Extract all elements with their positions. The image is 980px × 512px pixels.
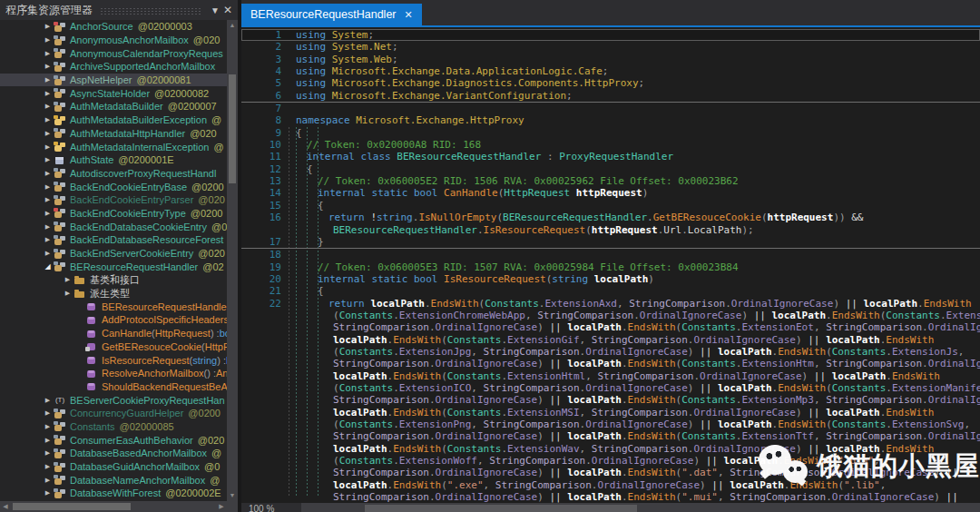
tree-item-beresourcerequesthandler[interactable]: ◢BEResourceRequestHandler@02 xyxy=(0,260,227,273)
code-text: BEResourceRequestHandler.IsResourceReque… xyxy=(296,224,754,236)
tree-item-authmetadatabuilderexception[interactable]: ▶AuthMetadataBuilderException@ xyxy=(0,113,227,127)
expander-collapsed-icon[interactable]: ▶ xyxy=(42,210,54,217)
class-icon xyxy=(54,234,66,246)
tree-item-asyncstateholder[interactable]: ▶AsyncStateHolder@02000082 xyxy=(0,86,227,100)
tree-item-backenddatabasecookieentry[interactable]: ▶BackEndDatabaseCookieEntry@0 xyxy=(0,220,227,233)
member-signature-part: ) : xyxy=(217,355,226,366)
tree-item-anonymousanchormailbox[interactable]: ▶AnonymousAnchorMailbox@020 xyxy=(0,34,227,47)
tree-item-databasewithforest[interactable]: ▶DatabaseWithForest@0200002E xyxy=(0,487,227,500)
expander-collapsed-icon[interactable]: ▶ xyxy=(42,463,54,470)
tree-item-concurrencyguardhelper[interactable]: ▶ConcurrencyGuardHelper@0200 xyxy=(0,407,227,420)
tree-item-label: BackEndServerCookieEntry xyxy=(70,248,193,259)
expander-collapsed-icon[interactable]: ▶ xyxy=(62,276,74,283)
expander-collapsed-icon[interactable]: ▶ xyxy=(42,63,54,70)
expander-collapsed-icon[interactable]: ▶ xyxy=(42,423,54,430)
scroll-right-icon[interactable]: ▶ xyxy=(216,501,227,512)
editor-hscroll-thumb[interactable] xyxy=(365,505,637,512)
expander-collapsed-icon[interactable]: ▶ xyxy=(42,90,54,97)
expander-collapsed-icon[interactable]: ▶ xyxy=(42,477,54,484)
code-line-10: 10// Token: 0x020000A8 RID: 168 xyxy=(241,139,980,151)
tree-item-authmetadatahttphandler[interactable]: ▶AuthMetadataHttpHandler@020 xyxy=(0,127,227,141)
expander-collapsed-icon[interactable]: ▶ xyxy=(42,50,54,57)
expander-collapsed-icon[interactable]: ▶ xyxy=(42,437,54,444)
tree-item-autodiscoverproxyrequesthandl[interactable]: ▶AutodiscoverProxyRequestHandl xyxy=(0,167,227,181)
editor-horizontal-scrollbar[interactable] xyxy=(301,503,980,512)
expander-collapsed-icon[interactable]: ▶ xyxy=(42,196,54,203)
code-editor[interactable]: 1using System;2using System.Net;3using S… xyxy=(241,27,980,505)
expander-collapsed-icon[interactable]: ▶ xyxy=(42,36,54,44)
tree-item-aspnethelper[interactable]: ▶AspNetHelper@02000081 xyxy=(0,74,227,87)
expander-collapsed-icon[interactable]: ▶ xyxy=(42,76,54,84)
tree-item-databasenameanchormailbox[interactable]: ▶DatabaseNameAnchorMailbox@ xyxy=(0,473,227,487)
tree-item-基类和接口[interactable]: ▶基类和接口 xyxy=(0,273,227,287)
class-icon xyxy=(54,434,66,446)
tree-item-authmetadatabuilder[interactable]: ▶AuthMetadataBuilder@0200007 xyxy=(0,100,227,113)
tab-close-icon[interactable]: ✕ xyxy=(405,9,413,21)
tree-item-backendservercookieentry[interactable]: ▶BackEndServerCookieEntry@020 xyxy=(0,247,227,261)
tree-item-backendcookieentrybase[interactable]: ▶BackEndCookieEntryBase@0200 xyxy=(0,180,227,193)
expander-collapsed-icon[interactable]: ▶ xyxy=(42,143,54,151)
tree-horizontal-scrollbar[interactable]: ◀ ▶ xyxy=(0,501,227,512)
expander-collapsed-icon[interactable]: ▶ xyxy=(42,236,54,243)
scroll-down-icon[interactable]: ▼ xyxy=(227,490,238,501)
panel-close-button[interactable]: ✕ xyxy=(221,4,234,16)
tree-item-backendcookieentryparser[interactable]: ▶BackEndCookieEntryParser@020 xyxy=(0,193,227,207)
tree-item-canhandle[interactable]: CanHandle(HttpRequest) : bool xyxy=(0,327,227,340)
expander-collapsed-icon[interactable]: ▶ xyxy=(42,250,54,257)
expander-collapsed-icon[interactable]: ▶ xyxy=(42,183,54,191)
tree-item-authmetadatainternalexception[interactable]: ▶AuthMetadataInternalException@ xyxy=(0,140,227,153)
tree-item-beservercookieproxyrequesthan[interactable]: ▶(T)BEServerCookieProxyRequestHan xyxy=(0,393,227,407)
tree-item-constants[interactable]: ▶Constants@02000085 xyxy=(0,420,227,434)
tree-item-backenddatabaseresourceforest[interactable]: ▶BackEndDatabaseResourceForest xyxy=(0,233,227,247)
tree-item-addprotocolspecificheaderstoresponse[interactable]: AddProtocolSpecificHeadersToResponse(Nam… xyxy=(0,313,227,327)
tree-item-beresourcerequesthandler[interactable]: BEResourceRequestHandler() : void xyxy=(0,300,227,313)
tree-item-label: BackEndCookieEntryBase xyxy=(70,182,187,192)
tree-item-anonymouscalendarproxyreques[interactable]: ▶AnonymousCalendarProxyReques xyxy=(0,46,227,60)
class-icon xyxy=(54,461,66,473)
tree-item-isresourcerequest[interactable]: IsResourceRequest(string) : bool xyxy=(0,353,227,367)
expander-collapsed-icon[interactable]: ▶ xyxy=(42,116,54,123)
assembly-tree[interactable]: ▶AnchorSource@02000003▶AnonymousAnchorMa… xyxy=(0,20,227,501)
class-icon xyxy=(54,221,66,232)
tree-item-databaseguidanchormailbox[interactable]: ▶DatabaseGuidAnchorMailbox@0 xyxy=(0,460,227,474)
expander-collapsed-icon[interactable]: ▶ xyxy=(42,156,54,163)
scroll-left-icon[interactable]: ◀ xyxy=(0,501,11,512)
editor-zoom-level[interactable]: 100 % xyxy=(241,503,301,512)
expander-open-icon[interactable]: ◢ xyxy=(42,262,54,271)
expander-collapsed-icon[interactable]: ▶ xyxy=(42,130,54,137)
expander-collapsed-icon[interactable]: ▶ xyxy=(42,23,54,30)
line-number: 17 xyxy=(241,236,281,248)
expander-collapsed-icon[interactable]: ▶ xyxy=(42,170,54,177)
line-number: 12 xyxy=(241,163,281,175)
expander-collapsed-icon[interactable]: ▶ xyxy=(42,489,54,497)
tree-item-databasebasedanchormailbox[interactable]: ▶DatabaseBasedAnchorMailbox@ xyxy=(0,447,227,460)
expander-collapsed-icon[interactable]: ▶ xyxy=(62,290,74,297)
code-line-wrap: localPath.EndsWith(Constants.ExtensionMS… xyxy=(241,407,980,418)
tree-vscroll-thumb[interactable] xyxy=(229,74,236,183)
expander-collapsed-icon[interactable]: ▶ xyxy=(42,223,54,231)
tree-item-label: BEResourceRequestHandler xyxy=(70,261,198,272)
tree-vertical-scrollbar[interactable]: ▲ ▼ xyxy=(227,20,238,501)
tree-item-backendcookieentrytype[interactable]: ▶BackEndCookieEntryType@0200 xyxy=(0,207,227,221)
code-line-wrap: localPath.EndsWith(Constants.ExtensionWa… xyxy=(241,443,980,455)
tree-hscroll-thumb[interactable] xyxy=(13,503,131,510)
tree-item-anchorsource[interactable]: ▶AnchorSource@02000003 xyxy=(0,20,227,34)
code-text: // Token: 0x060005E3 RID: 1507 RVA: 0x00… xyxy=(296,261,739,273)
scroll-up-icon[interactable]: ▲ xyxy=(227,20,238,31)
expander-collapsed-icon[interactable]: ▶ xyxy=(42,103,54,110)
tree-item-resolveanchormailbox[interactable]: ResolveAnchorMailbox() : AnchorMailbox xyxy=(0,367,227,380)
code-text: localPath.EndsWith(".exe", StringCompari… xyxy=(296,479,886,491)
tree-item-archivesupportedanchormailbox[interactable]: ▶ArchiveSupportedAnchorMailbox xyxy=(0,60,227,74)
tree-item-authstate[interactable]: ▶AuthState@0200001E xyxy=(0,153,227,167)
tree-item-shouldbackendrequestbeanonymous[interactable]: ShouldBackendRequestBeAnonymous() : bool xyxy=(0,380,227,394)
tree-item-label: ConsumerEasAuthBehavior xyxy=(70,435,193,446)
tree-item-label: AuthMetadataInternalException xyxy=(70,142,210,153)
tree-item-consumereasauthbehavior[interactable]: ▶ConsumerEasAuthBehavior@020 xyxy=(0,433,227,447)
tree-item-派生类型[interactable]: ▶派生类型 xyxy=(0,287,227,300)
tree-item-getberesoucecookie[interactable]: GetBEResouceCookie(HttpRequest) : string xyxy=(0,340,227,354)
expander-collapsed-icon[interactable]: ▶ xyxy=(42,409,54,417)
panel-menu-button[interactable]: ▼ xyxy=(209,5,221,15)
tab-beresourcerequesthandler[interactable]: BEResourceRequestHandler ✕ xyxy=(241,4,422,25)
expander-collapsed-icon[interactable]: ▶ xyxy=(42,397,54,404)
expander-collapsed-icon[interactable]: ▶ xyxy=(42,449,54,457)
